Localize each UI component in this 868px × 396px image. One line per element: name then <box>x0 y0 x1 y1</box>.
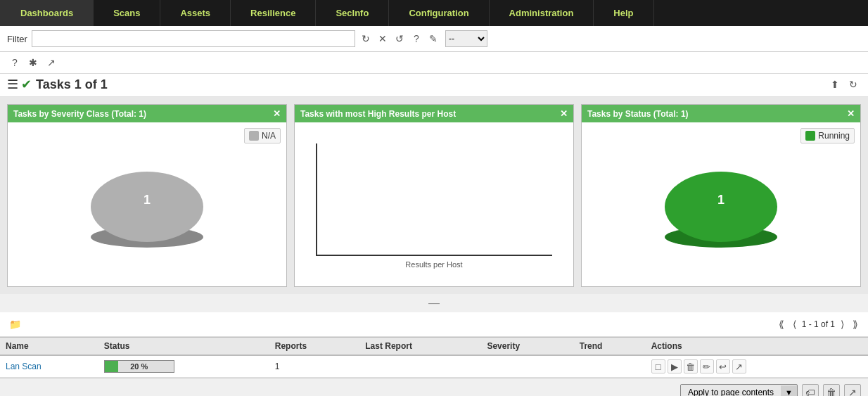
legend-running-color <box>805 131 815 141</box>
progress-bar-text: 20 % <box>130 362 148 371</box>
nav-administration[interactable]: Administration <box>490 0 594 26</box>
nav-help[interactable]: Help <box>594 0 653 26</box>
bottom-bar: Apply to page contents ▼ 🏷 🗑 ↗ <box>0 378 868 396</box>
hamburger-icon: ☰ <box>7 77 18 92</box>
pie-green-value: 1 <box>717 193 725 207</box>
col-status[interactable]: Status <box>98 338 269 356</box>
top-nav: Dashboards Scans Assets Resilience SecIn… <box>0 0 868 26</box>
chart-severity-close[interactable]: ✕ <box>273 108 281 119</box>
chart-severity-legend: N/A <box>244 128 281 143</box>
chart-severity-title: Tasks by Severity Class (Total: 1) <box>13 109 146 119</box>
pointer-icon[interactable]: ✱ <box>25 55 41 70</box>
bar-chart-xlabel: Results per Host <box>405 260 462 269</box>
table-body: Lan Scan 20 % 1 □ ▶ 🗑 <box>0 355 868 378</box>
apply-dropdown-button[interactable]: ▼ <box>781 385 797 396</box>
col-trend[interactable]: Trend <box>574 338 646 356</box>
apply-button-group: Apply to page contents ▼ <box>680 384 798 396</box>
task-delete-icon[interactable]: 🗑 <box>684 359 698 373</box>
charts-section: Tasks by Severity Class (Total: 1) ✕ N/A… <box>0 97 868 294</box>
col-name[interactable]: Name <box>0 338 98 356</box>
pagination-info: 1 - 1 of 1 <box>802 319 835 329</box>
progress-bar: 20 % <box>104 360 174 373</box>
col-severity[interactable]: Severity <box>481 338 573 356</box>
chart-high-results-body: Results per Host <box>295 122 573 283</box>
nav-prev-button[interactable]: ⟨ <box>790 317 799 331</box>
page-title-row: ☰ ✔ Tasks 1 of 1 ⬆ ↻ <box>0 74 868 97</box>
upload-icon[interactable]: ⬆ <box>827 77 843 92</box>
bar-chart-container: Results per Host <box>302 129 566 276</box>
chart-status-close[interactable]: ✕ <box>847 108 855 119</box>
nav-next-button[interactable]: ⟩ <box>838 317 847 331</box>
bottom-export-icon[interactable]: ↗ <box>844 384 861 396</box>
task-name-link[interactable]: Lan Scan <box>6 362 42 371</box>
row-reports-cell: 1 <box>269 355 359 378</box>
task-new-icon[interactable]: □ <box>651 359 665 373</box>
task-play-icon[interactable]: ▶ <box>668 359 682 373</box>
pie-gray-chart: 1 <box>84 143 210 242</box>
pie-green-chart: 1 <box>658 143 784 242</box>
task-undo-icon[interactable]: ↩ <box>716 359 730 373</box>
nav-first-button[interactable]: ⟪ <box>776 317 787 331</box>
filter-input[interactable] <box>32 30 355 47</box>
chart-high-results-title: Tasks with most High Results per Host <box>300 109 456 119</box>
bottom-delete-icon[interactable]: 🗑 <box>823 384 840 396</box>
pie-gray-top: 1 <box>91 172 203 242</box>
filter-select[interactable]: -- <box>445 30 487 47</box>
chart-severity-body: N/A 1 <box>8 122 286 277</box>
col-reports[interactable]: Reports <box>269 338 359 356</box>
scroll-indicator: — <box>0 294 868 312</box>
table-section: 📁 ⟪ ⟨ 1 - 1 of 1 ⟩ ⟫ Name Status Reports… <box>0 312 868 378</box>
filter-clear-button[interactable]: ✕ <box>375 31 390 46</box>
chart-high-results-close[interactable]: ✕ <box>560 108 568 119</box>
row-last-report-cell <box>359 355 481 378</box>
row-trend-cell <box>574 355 646 378</box>
col-actions: Actions <box>646 338 868 356</box>
pie-green-top: 1 <box>665 172 777 242</box>
nav-configuration[interactable]: Configuration <box>389 0 489 26</box>
nav-dashboards[interactable]: Dashboards <box>0 0 94 26</box>
apply-to-page-button[interactable]: Apply to page contents <box>681 385 781 396</box>
new-task-icon[interactable]: 📁 <box>7 317 23 332</box>
filter-label: Filter <box>7 34 27 44</box>
row-severity-cell <box>481 355 573 378</box>
export-icon[interactable]: ↗ <box>44 55 59 70</box>
filter-refresh-button[interactable]: ↻ <box>358 31 374 46</box>
nav-secinfo[interactable]: SecInfo <box>316 0 389 26</box>
progress-bar-fill <box>105 361 119 372</box>
legend-running-label: Running <box>818 131 850 141</box>
filter-edit-button[interactable]: ✎ <box>426 31 441 46</box>
table-row: Lan Scan 20 % 1 □ ▶ 🗑 <box>0 355 868 378</box>
chart-severity: Tasks by Severity Class (Total: 1) ✕ N/A… <box>7 104 287 287</box>
bar-chart-area <box>316 143 552 256</box>
table-toolbar-left: 📁 <box>7 317 23 332</box>
chart-high-results: Tasks with most High Results per Host ✕ … <box>294 104 574 287</box>
filter-help-button[interactable]: ? <box>409 31 424 46</box>
table-header: Name Status Reports Last Report Severity… <box>0 338 868 356</box>
filter-reset-button[interactable]: ↺ <box>392 31 407 46</box>
toolbar-row: ? ✱ ↗ <box>0 52 868 74</box>
row-status-cell: 20 % <box>98 355 269 378</box>
refresh-icon[interactable]: ↻ <box>845 77 861 92</box>
col-last-report[interactable]: Last Report <box>359 338 481 356</box>
task-edit-icon[interactable]: ✏ <box>700 359 714 373</box>
help-icon[interactable]: ? <box>7 55 23 70</box>
chart-status-header: Tasks by Status (Total: 1) ✕ <box>582 105 860 122</box>
nav-last-button[interactable]: ⟫ <box>850 317 861 331</box>
chart-status: Tasks by Status (Total: 1) ✕ Running 1 <box>581 104 861 287</box>
nav-assets[interactable]: Assets <box>160 0 231 26</box>
table-toolbar-right: ⟪ ⟨ 1 - 1 of 1 ⟩ ⟫ <box>776 317 861 331</box>
chart-status-legend: Running <box>800 128 855 143</box>
page-title: Tasks 1 of 1 <box>36 77 108 92</box>
filter-bar: Filter ↻ ✕ ↺ ? ✎ -- <box>0 26 868 52</box>
nav-scans[interactable]: Scans <box>94 0 160 26</box>
data-table: Name Status Reports Last Report Severity… <box>0 337 868 378</box>
chart-status-body: Running 1 <box>582 122 860 277</box>
legend-na-color <box>249 131 259 141</box>
legend-na-label: N/A <box>262 131 276 141</box>
table-toolbar: 📁 ⟪ ⟨ 1 - 1 of 1 ⟩ ⟫ <box>0 312 868 337</box>
task-share-icon[interactable]: ↗ <box>732 359 746 373</box>
chart-severity-header: Tasks by Severity Class (Total: 1) ✕ <box>8 105 286 122</box>
checklist-icon: ✔ <box>21 77 32 92</box>
nav-resilience[interactable]: Resilience <box>231 0 316 26</box>
bottom-tag-icon[interactable]: 🏷 <box>802 384 819 396</box>
